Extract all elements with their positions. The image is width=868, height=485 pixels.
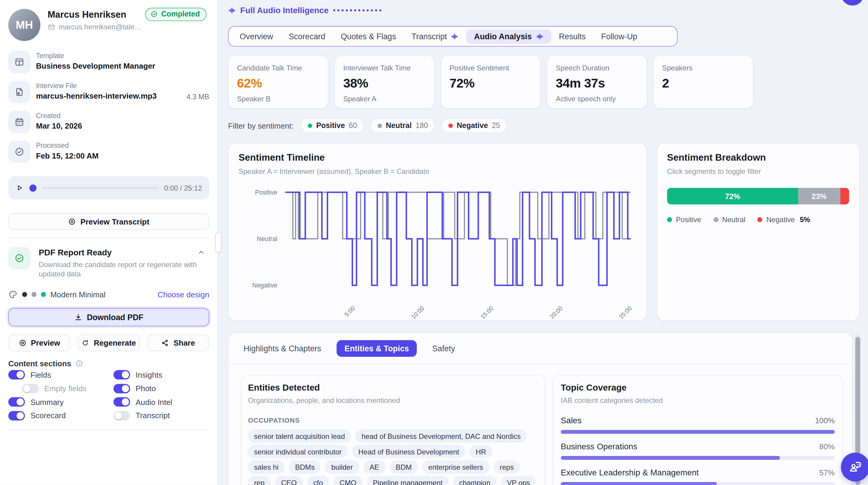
- toggle-switch[interactable]: [22, 384, 39, 393]
- tab-quotes-flags[interactable]: Quotes & Flags: [333, 29, 404, 44]
- candidate-email: marcus.henriksen@tale…: [48, 23, 142, 31]
- toggle-empty-fields[interactable]: Empty fields: [8, 384, 114, 393]
- stat-sublabel: Speaker A: [343, 95, 426, 103]
- design-row: Modern Minimal Choose design: [8, 290, 209, 299]
- topic-row-business-operations: Business Operations80%: [561, 441, 835, 460]
- entity-chip: cfo: [307, 476, 329, 485]
- toggle-switch[interactable]: [114, 411, 130, 420]
- svg-text:5:00: 5:00: [343, 305, 356, 318]
- stat-value: 2: [662, 76, 744, 91]
- share-button[interactable]: Share: [147, 335, 209, 351]
- tab-transcript[interactable]: Transcript: [404, 29, 466, 44]
- preview-transcript-button[interactable]: Preview Transcript: [8, 213, 209, 230]
- entity-chip-row: repCEOcfoCMOPipeline managementchampionV…: [248, 476, 538, 485]
- toggle-scorecard[interactable]: Scorecard: [8, 411, 114, 420]
- assistant-chat-button[interactable]: [841, 453, 868, 481]
- assistant-button-top[interactable]: [841, 0, 864, 5]
- toggle-audio-intel[interactable]: Audio Intel: [114, 397, 209, 407]
- toggle-switch[interactable]: [8, 397, 25, 407]
- toggle-switch[interactable]: [8, 370, 25, 379]
- stat-label: Interviewer Talk Time: [343, 64, 426, 72]
- stat-sublabel: Active speech only: [556, 95, 638, 103]
- entity-chip: CMO: [333, 476, 363, 485]
- breakdown-segment-2[interactable]: [840, 188, 849, 204]
- topic-bar-track: [561, 482, 835, 485]
- toggle-insights[interactable]: Insights: [114, 370, 209, 380]
- check-circle-icon: [14, 253, 24, 263]
- filter-chip-negative[interactable]: Negative25: [441, 118, 507, 133]
- tab-follow-up[interactable]: Follow-Up: [593, 29, 645, 44]
- entity-chip: CEO: [275, 476, 303, 485]
- toggle-switch[interactable]: [114, 370, 130, 379]
- choose-design-link[interactable]: Choose design: [158, 290, 209, 299]
- progress-dots: ••••••••••••: [333, 6, 383, 15]
- topic-percent: 80%: [819, 442, 835, 451]
- action-label: Share: [174, 338, 195, 347]
- breakdown-segment-0[interactable]: 72%: [667, 188, 798, 204]
- topic-head: Business Operations80%: [561, 441, 835, 451]
- timeline-subtitle: Speaker A = Interviewer (assumed), Speak…: [239, 167, 637, 176]
- chip-label: Positive: [316, 121, 345, 130]
- toggle-switch[interactable]: [114, 384, 130, 393]
- tab-audio-analysis[interactable]: Audio Analysis: [466, 29, 551, 44]
- topic-coverage-card: Topic Coverage IAB content categories de…: [553, 375, 843, 485]
- breakdown-segment-1[interactable]: 23%: [798, 188, 840, 204]
- entity-chip: VP ops: [501, 476, 536, 485]
- analysis-tab-entities-topics[interactable]: Entities & Topics: [337, 340, 416, 357]
- topic-head: Executive Leadership & Management57%: [561, 467, 835, 477]
- info-value: marcus-henriksen-interview.mp3: [36, 91, 157, 101]
- seek-track[interactable]: [42, 187, 158, 189]
- entity-chip: reps: [494, 460, 520, 474]
- refresh-icon: [82, 339, 89, 347]
- sidebar-drag-handle[interactable]: [215, 232, 221, 252]
- tab-overview[interactable]: Overview: [232, 29, 281, 44]
- info-label: Processed: [36, 142, 98, 149]
- info-row-created: CreatedMar 10, 2026: [8, 111, 209, 133]
- entity-chip-row: senior talent acquisition leadhead of Bu…: [248, 429, 538, 443]
- toggle-switch[interactable]: [114, 397, 130, 407]
- svg-text:10:00: 10:00: [410, 305, 426, 319]
- toggle-label: Empty fields: [44, 384, 87, 393]
- toggle-summary[interactable]: Summary: [8, 397, 114, 407]
- toggle-knob: [17, 371, 24, 378]
- check-circle-icon: [151, 10, 158, 18]
- info-label: Template: [36, 52, 155, 60]
- tab-results[interactable]: Results: [551, 29, 593, 44]
- play-icon[interactable]: [16, 184, 23, 192]
- toggle-transcript[interactable]: Transcript: [114, 411, 209, 420]
- toggle-switch[interactable]: [8, 411, 25, 420]
- download-pdf-label: Download PDF: [87, 313, 144, 322]
- preview-button[interactable]: Preview: [8, 335, 71, 351]
- toggle-fields[interactable]: Fields: [8, 370, 114, 380]
- action-label: Preview: [31, 338, 60, 347]
- toggle-label: Insights: [136, 370, 162, 379]
- regenerate-button[interactable]: Regenerate: [78, 335, 140, 351]
- topics-title: Topic Coverage: [561, 383, 835, 393]
- pdf-report-title: PDF Report Ready: [39, 248, 112, 257]
- design-name: Modern Minimal: [50, 290, 105, 299]
- download-pdf-button[interactable]: Download PDF: [8, 308, 209, 326]
- toggle-photo[interactable]: Photo: [114, 384, 209, 393]
- analysis-tab-safety[interactable]: Safety: [431, 340, 456, 357]
- entity-chip: rep: [248, 476, 271, 485]
- info-icon[interactable]: [75, 360, 83, 367]
- action-label: Regenerate: [94, 338, 136, 347]
- entity-chip: senior individual contributor: [248, 445, 348, 458]
- info-value: Business Development Manager: [36, 61, 155, 70]
- info-value: Feb 15, 12:00 AM: [36, 151, 98, 160]
- filter-chip-neutral[interactable]: Neutral180: [371, 118, 435, 133]
- toggle-knob: [122, 398, 129, 405]
- entity-chip: enterprise sellers: [422, 460, 489, 474]
- entity-chip-list: senior talent acquisition leadhead of Bu…: [248, 429, 538, 485]
- info-row-text: CreatedMar 10, 2026: [36, 111, 82, 133]
- info-row-processed: ProcessedFeb 15, 12:00 AM: [8, 141, 209, 163]
- occupations-group-label: OCCUPATIONS: [248, 417, 538, 424]
- chevron-up-icon[interactable]: [197, 248, 206, 257]
- divider: [8, 430, 209, 430]
- svg-text:Negative: Negative: [252, 282, 277, 289]
- stat-label: Speech Duration: [556, 64, 638, 72]
- filter-chip-positive[interactable]: Positive60: [301, 118, 364, 133]
- tab-scorecard[interactable]: Scorecard: [281, 29, 333, 44]
- analysis-tab-highlights-chapters[interactable]: Highlights & Chapters: [243, 340, 322, 357]
- seek-knob[interactable]: [29, 184, 36, 192]
